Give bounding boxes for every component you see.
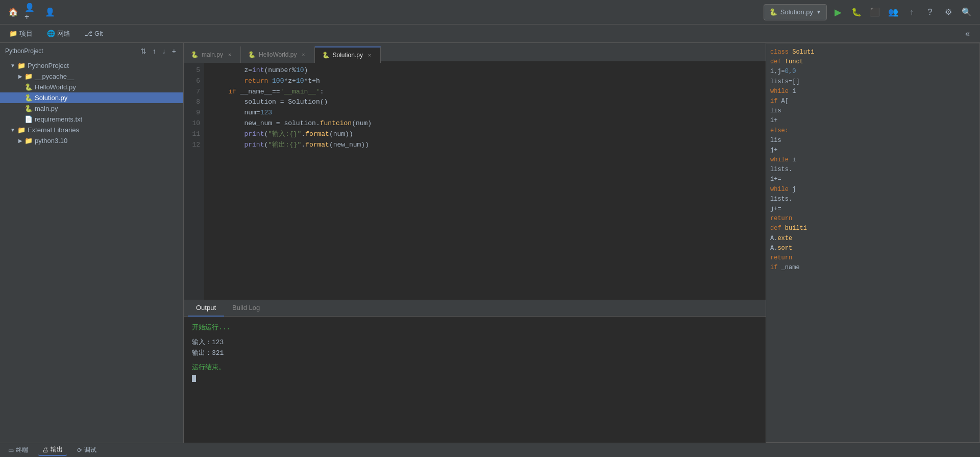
tab-build-log-label: Build Log (232, 304, 260, 311)
bottom-toolbar: ▭ 终端 🖨 输出 ⟳ 调试 (0, 443, 980, 457)
debug-button[interactable]: 🐛 (849, 5, 864, 19)
home-icon[interactable]: 🏠 (6, 5, 20, 19)
sidebar-download-icon[interactable]: ↓ (160, 46, 168, 56)
nav-bar: 📁 项目 🌐 网络 ⎇ Git « (0, 25, 980, 43)
sidebar-upload-icon[interactable]: ↑ (151, 46, 158, 56)
line-numbers: 5 6 7 8 9 10 11 12 (184, 61, 204, 300)
autocomplete-line-6: lis (770, 106, 975, 116)
git-icon: ⎇ (85, 30, 92, 37)
sidebar-expand-icon[interactable]: ⇅ (138, 46, 149, 56)
autocomplete-line-14: while j (770, 185, 975, 195)
output-button[interactable]: 🖨 输出 (38, 444, 67, 456)
line-num-8: 8 (184, 97, 200, 108)
ext-libs-folder-icon: 📁 (17, 126, 26, 134)
nav-network-label: 网络 (57, 29, 70, 38)
main-py-icon: 🐍 (24, 105, 33, 112)
line-num-6: 6 (184, 76, 200, 87)
tab-helloworld-py-icon: 🐍 (248, 51, 256, 58)
sidebar-collapse-button[interactable]: « (961, 27, 974, 40)
run-config-label: Solution.py (780, 8, 813, 16)
nav-project-label: 项目 (19, 29, 33, 38)
autocomplete-line-1: def funct (770, 57, 975, 67)
tree-label-pycache: __pycache__ (35, 73, 74, 80)
tree-label-requirements: requirements.txt (35, 115, 82, 123)
tab-output-label: Output (196, 304, 216, 311)
terminal-icon: ▭ (8, 447, 14, 454)
run-button[interactable]: ▶ (831, 5, 845, 19)
solution-py-icon: 🐍 (24, 94, 33, 102)
txt-icon: 📄 (24, 115, 33, 123)
chevron-right-icon: ▶ (18, 74, 22, 79)
chevron-down-icon: ▼ (10, 63, 15, 68)
sidebar-title: PythonProject (5, 47, 43, 55)
stop-button[interactable]: ⬛ (868, 5, 882, 19)
tree-item-main[interactable]: 🐍 main.py (0, 103, 183, 114)
terminal-button[interactable]: ▭ 终端 (4, 445, 32, 455)
output-label: 输出 (51, 445, 63, 454)
autocomplete-line-15: lists. (770, 195, 975, 204)
debug-tool-button[interactable]: ⟳ 调试 (73, 445, 101, 455)
main-layout: PythonProject ⇅ ↑ ↓ + ▼ 📁 PythonProject … (0, 43, 980, 443)
tree-item-pycache[interactable]: ▶ 📁 __pycache__ (0, 71, 183, 82)
autocomplete-popup: class Soluti def funct i,j=0,0 lists=[] … (766, 43, 980, 443)
tree-item-external-libs[interactable]: ▼ 📁 External Libraries (0, 125, 183, 135)
help-icon[interactable]: ? (923, 5, 937, 19)
nav-git-label: Git (94, 30, 103, 37)
tree-item-requirements[interactable]: 📄 requirements.txt (0, 114, 183, 125)
share-icon[interactable]: ↑ (904, 5, 919, 19)
autocomplete-line-19: A.exte (770, 234, 975, 244)
autocomplete-line-18: def builti (770, 224, 975, 233)
tab-solution-py-close[interactable]: × (366, 52, 373, 59)
run-config-chevron-icon: ▼ (816, 9, 821, 15)
python310-folder-icon: 📁 (24, 137, 33, 145)
output-icon: 🖨 (42, 446, 48, 453)
tab-helloworld-py-label: HelloWorld.py (259, 51, 297, 58)
tab-build-log[interactable]: Build Log (224, 300, 268, 317)
sidebar-add-icon[interactable]: + (170, 46, 178, 56)
coverage-icon[interactable]: 👥 (886, 5, 900, 19)
tree-label-python310: python3.10 (35, 137, 67, 145)
search-icon[interactable]: 🔍 (960, 5, 974, 19)
autocomplete-line-4: while i (770, 87, 975, 97)
tab-helloworld-py[interactable]: 🐍 HelloWorld.py × (241, 46, 314, 63)
autocomplete-line-13: i+= (770, 175, 975, 184)
python310-chevron-icon: ▶ (18, 138, 22, 143)
user-avatar-icon[interactable]: 👤 (43, 5, 57, 19)
tree-label-solution: Solution.py (35, 94, 67, 102)
tree-item-python310[interactable]: ▶ 📁 python3.10 (0, 135, 183, 146)
sidebar: PythonProject ⇅ ↑ ↓ + ▼ 📁 PythonProject … (0, 43, 184, 443)
autocomplete-line-8: else: (770, 126, 975, 136)
autocomplete-line-17: return (770, 214, 975, 224)
line-num-9: 9 (184, 108, 200, 118)
top-toolbar: 🏠 👤+ 👤 🐍 Solution.py ▼ ▶ 🐛 ⬛ 👥 ↑ ? ⚙ 🔍 (0, 0, 980, 25)
terminal-label: 终端 (16, 446, 28, 454)
tree-label-pythonproject: PythonProject (28, 62, 69, 69)
tab-main-py[interactable]: 🐍 main.py × (184, 46, 241, 63)
nav-item-network[interactable]: 🌐 网络 (44, 27, 74, 40)
ext-libs-chevron-icon: ▼ (10, 127, 15, 133)
helloworld-py-icon: 🐍 (24, 83, 33, 91)
add-profile-icon[interactable]: 👤+ (24, 5, 39, 19)
line-num-10: 10 (184, 118, 200, 129)
tab-helloworld-py-close[interactable]: × (300, 51, 307, 58)
line-num-5: 5 (184, 65, 200, 76)
tab-solution-py[interactable]: 🐍 Solution.py × (315, 46, 381, 63)
tab-main-py-close[interactable]: × (226, 51, 233, 58)
tab-output[interactable]: Output (188, 300, 224, 317)
autocomplete-line-22: if _name (770, 263, 975, 273)
settings-icon[interactable]: ⚙ (941, 5, 955, 19)
network-icon: 🌐 (47, 30, 55, 37)
nav-item-git[interactable]: ⎇ Git (82, 28, 106, 39)
nav-item-project[interactable]: 📁 项目 (6, 27, 36, 40)
line-num-12: 12 (184, 140, 200, 151)
run-config-selector[interactable]: 🐍 Solution.py ▼ (764, 4, 827, 20)
autocomplete-line-5: if A[ (770, 97, 975, 106)
file-tree: ▼ 📁 PythonProject ▶ 📁 __pycache__ 🐍 Hell… (0, 59, 183, 443)
tree-item-pythonproject[interactable]: ▼ 📁 PythonProject (0, 60, 183, 71)
line-num-11: 11 (184, 129, 200, 140)
tree-item-helloworld[interactable]: 🐍 HelloWorld.py (0, 82, 183, 92)
debug-label: 调试 (84, 446, 96, 454)
tab-main-py-label: main.py (202, 51, 223, 58)
autocomplete-line-10: j+ (770, 146, 975, 155)
tree-item-solution[interactable]: 🐍 Solution.py (0, 92, 183, 103)
